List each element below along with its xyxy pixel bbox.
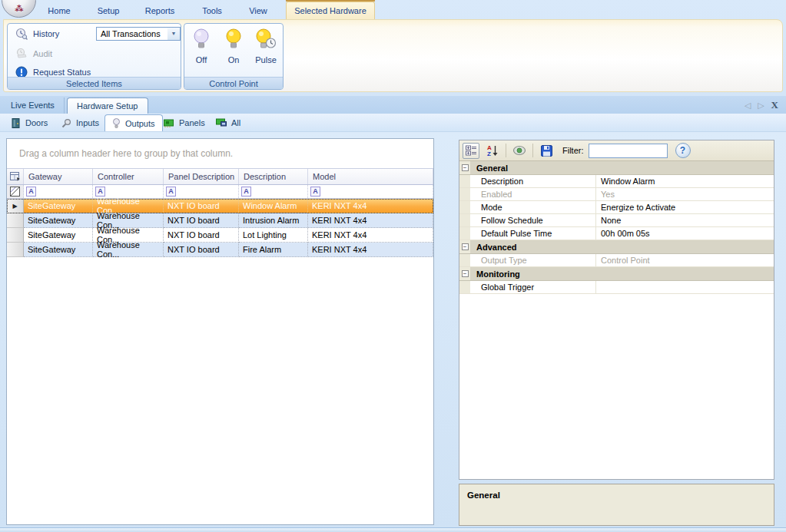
autofilter-a-icon[interactable]: A: [95, 187, 105, 197]
history-icon: [15, 28, 28, 40]
property-row-follow-schedule[interactable]: Follow Schedule None: [459, 214, 774, 227]
tab-close-icon[interactable]: X: [771, 99, 778, 111]
filter-label: Filter:: [562, 146, 584, 155]
ribbon-tab-selected-hardware[interactable]: Selected Hardware: [286, 2, 375, 19]
property-value[interactable]: [596, 281, 774, 293]
help-button[interactable]: ?: [675, 143, 691, 158]
table-row[interactable]: SiteGateway Warehouse Con... NXT IO boar…: [7, 228, 433, 243]
column-header-model[interactable]: Model: [308, 169, 433, 184]
category-label: General: [470, 164, 508, 173]
filter-cell-gateway[interactable]: A: [24, 185, 93, 198]
combobox-dropdown-arrow-icon[interactable]: ▼: [167, 28, 180, 40]
alphabetical-sort-button[interactable]: A Z: [484, 143, 501, 159]
toggle-view-button[interactable]: [511, 143, 528, 159]
table-row[interactable]: SiteGateway Warehouse Con... NXT IO boar…: [7, 213, 433, 228]
cell-gateway[interactable]: SiteGateway: [24, 228, 93, 243]
column-header-description[interactable]: Description: [239, 169, 308, 184]
cell-panel-description[interactable]: NXT IO board: [164, 199, 239, 213]
column-header-gateway[interactable]: Gateway: [24, 169, 93, 184]
categorized-view-icon: [466, 145, 477, 157]
cell-description[interactable]: Fire Alarm: [239, 243, 308, 257]
property-value[interactable]: 00h 00m 05s: [596, 227, 774, 240]
property-row-description[interactable]: Description Window Alarm: [459, 175, 774, 188]
tab-live-events[interactable]: Live Events: [2, 97, 65, 114]
category-advanced[interactable]: − Advanced: [459, 240, 774, 254]
tab-outputs[interactable]: Outputs: [104, 114, 163, 131]
property-value[interactable]: Energize to Activate: [596, 201, 774, 213]
application-orb-button[interactable]: ⁂: [2, 0, 36, 18]
column-header-controller[interactable]: Controller: [93, 169, 164, 184]
tab-scroll-right-icon[interactable]: ▷: [758, 101, 764, 111]
field-chooser-button[interactable]: [7, 169, 24, 184]
category-monitoring[interactable]: − Monitoring: [459, 267, 774, 281]
ribbon-tab-home[interactable]: Home: [34, 3, 85, 19]
cell-controller[interactable]: Warehouse Con...: [93, 243, 164, 257]
tab-inputs[interactable]: Inputs: [55, 114, 106, 131]
ribbon-tab-view[interactable]: View: [237, 3, 280, 19]
tab-doors[interactable]: Doors: [5, 114, 55, 131]
ribbon-tab-tools[interactable]: Tools: [187, 3, 237, 19]
cell-description[interactable]: Intrusion Alarm: [239, 213, 308, 228]
filter-input[interactable]: [589, 144, 668, 158]
property-name: Output Type: [470, 254, 596, 266]
cell-model[interactable]: KERI NXT 4x4: [308, 213, 433, 228]
collapse-icon[interactable]: −: [462, 164, 469, 171]
autofilter-a-icon[interactable]: A: [166, 187, 176, 197]
category-label: Monitoring: [470, 269, 520, 279]
cell-model[interactable]: KERI NXT 4x4: [308, 228, 433, 243]
save-button[interactable]: [538, 143, 555, 159]
autofilter-a-icon[interactable]: A: [310, 187, 320, 197]
tab-all[interactable]: All: [209, 114, 247, 131]
audit-icon: [15, 48, 28, 60]
output-pulse-button[interactable]: Pulse: [250, 28, 281, 64]
toolbar-separator: [532, 144, 533, 157]
property-value[interactable]: Window Alarm: [596, 175, 774, 187]
categorized-view-button[interactable]: [463, 143, 479, 159]
filter-cell-description[interactable]: A: [239, 185, 308, 198]
filter-cell-model[interactable]: A: [308, 185, 433, 198]
cell-panel-description[interactable]: NXT IO board: [164, 243, 239, 257]
history-button[interactable]: History: [15, 27, 59, 41]
table-row[interactable]: SiteGateway Warehouse Con... NXT IO boar…: [7, 243, 433, 257]
autofilter-a-icon[interactable]: A: [241, 187, 251, 197]
cell-panel-description[interactable]: NXT IO board: [164, 213, 239, 228]
clear-filter-button[interactable]: [7, 185, 24, 198]
collapse-icon[interactable]: −: [462, 243, 469, 250]
ribbon-tab-setup[interactable]: Setup: [85, 3, 132, 19]
row-indicator-cell: [7, 228, 24, 243]
column-header-panel-description[interactable]: Panel Description: [164, 169, 239, 184]
property-row-enabled: Enabled Yes: [459, 188, 774, 201]
autofilter-a-icon[interactable]: A: [26, 187, 36, 197]
az-sort-icon: A Z: [486, 144, 499, 157]
ribbon-tab-reports[interactable]: Reports: [132, 3, 187, 19]
cell-description[interactable]: Window Alarm: [239, 199, 308, 213]
property-name: Enabled: [470, 188, 596, 200]
cell-model[interactable]: KERI NXT 4x4: [308, 243, 433, 257]
property-row-mode[interactable]: Mode Energize to Activate: [459, 201, 774, 214]
transactions-combobox[interactable]: All Transactions ▼: [96, 27, 181, 41]
table-row[interactable]: ▶ SiteGateway Warehouse Con... NXT IO bo…: [7, 199, 433, 213]
tab-scroll-left-icon[interactable]: ◁: [745, 101, 751, 111]
filter-cell-panel-description[interactable]: A: [164, 185, 239, 198]
cell-description[interactable]: Lot Lighting: [239, 228, 308, 243]
grid-header-row: Gateway Controller Panel Description Des…: [7, 168, 433, 185]
output-pulse-label: Pulse: [250, 55, 281, 64]
property-row-default-pulse-time[interactable]: Default Pulse Time 00h 00m 05s: [459, 227, 774, 240]
all-hardware-icon: [216, 118, 227, 127]
cell-gateway[interactable]: SiteGateway: [24, 243, 93, 257]
property-row-global-trigger[interactable]: Global Trigger: [459, 281, 774, 294]
cell-gateway[interactable]: SiteGateway: [24, 199, 93, 213]
cell-model[interactable]: KERI NXT 4x4: [308, 199, 433, 213]
property-value[interactable]: None: [596, 214, 774, 226]
cell-panel-description[interactable]: NXT IO board: [164, 228, 239, 243]
category-general[interactable]: − General: [459, 161, 774, 175]
output-on-button[interactable]: On: [218, 28, 249, 64]
cell-gateway[interactable]: SiteGateway: [24, 213, 93, 228]
panel-board-icon: [164, 119, 174, 127]
collapse-icon[interactable]: −: [462, 270, 469, 277]
output-off-button[interactable]: Off: [186, 28, 217, 64]
tab-panels[interactable]: Panels: [157, 114, 212, 131]
row-indicator-icon: ▶: [7, 199, 24, 213]
tab-doors-label: Doors: [25, 118, 48, 127]
tab-hardware-setup[interactable]: Hardware Setup: [67, 97, 148, 114]
